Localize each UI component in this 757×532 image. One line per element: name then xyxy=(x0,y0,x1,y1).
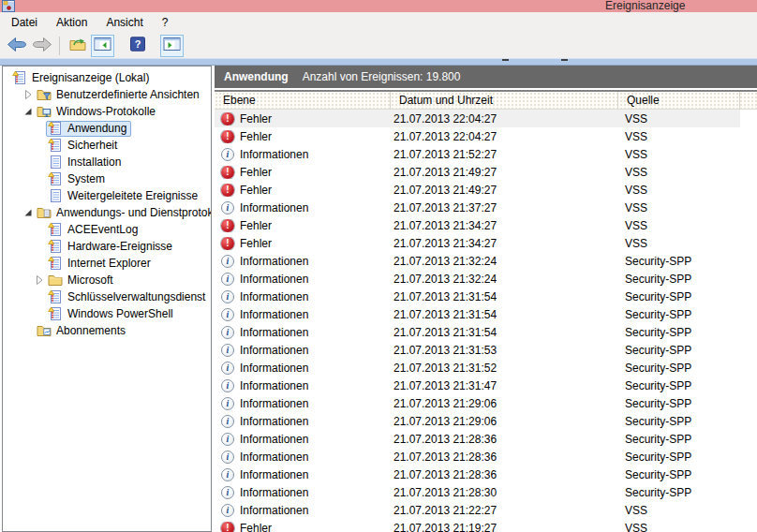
event-row[interactable]: iInformationen21.07.2013 21:29:06Securit… xyxy=(215,412,740,430)
show-hide-console-tree-button[interactable] xyxy=(91,35,114,57)
event-row[interactable]: iInformationen21.07.2013 21:31:52Securit… xyxy=(215,359,740,377)
event-row[interactable]: iInformationen21.07.2013 21:31:54Securit… xyxy=(215,305,740,323)
expander-collapsed-icon[interactable] xyxy=(33,273,46,287)
information-icon: i xyxy=(221,451,234,464)
expander-placeholder xyxy=(33,307,46,320)
show-hide-action-pane-button[interactable] xyxy=(160,35,184,57)
tree-item-anwendungs-dienst[interactable]: Anwendungs- und Dienstprotoko xyxy=(3,204,211,221)
strip-artifact xyxy=(561,59,568,61)
event-source-cell: Security-SPP xyxy=(618,255,740,268)
tree-item-sicherheit[interactable]: Sicherheit xyxy=(3,137,211,154)
information-icon: i xyxy=(221,273,234,286)
event-log-plain-icon xyxy=(48,188,63,203)
event-row[interactable]: iInformationen21.07.2013 21:31:54Securit… xyxy=(215,288,740,305)
list-column-headers: EbeneDatum und UhrzeitQuelle xyxy=(215,90,757,110)
tree-item-body: System xyxy=(46,171,110,187)
event-row[interactable]: !Fehler21.07.2013 22:04:27VSS xyxy=(215,110,740,127)
event-level-label: Fehler xyxy=(240,130,272,143)
event-row[interactable]: iInformationen21.07.2013 21:52:27VSS xyxy=(215,145,740,163)
event-row[interactable]: iInformationen21.07.2013 21:31:53Securit… xyxy=(215,341,740,359)
console-tree: Ereignisanzeige (Lokal)Benutzerdefiniert… xyxy=(2,66,212,532)
event-level-cell: !Fehler xyxy=(215,184,391,197)
event-level-label: Informationen xyxy=(240,255,308,268)
event-level-label: Informationen xyxy=(240,468,308,481)
tree-item-windows-powershell[interactable]: Windows PowerShell xyxy=(3,305,211,322)
event-datetime-cell: 21.07.2013 21:31:47 xyxy=(391,379,618,392)
tree-item-installation[interactable]: Installation xyxy=(3,154,211,170)
tree-item-anwendung[interactable]: Anwendung xyxy=(3,120,211,137)
tree-item-body: Windows-Protokolle xyxy=(35,104,160,120)
menubar: DateiAktionAnsicht? xyxy=(0,12,757,33)
event-log-plain-icon xyxy=(48,155,63,170)
expander-expanded-icon[interactable] xyxy=(22,206,35,219)
tree-item-system[interactable]: System xyxy=(3,170,211,187)
tree-item-aceeventlog[interactable]: ACEEventLog xyxy=(3,221,211,238)
event-row[interactable]: iInformationen21.07.2013 21:32:24Securit… xyxy=(215,252,740,270)
event-row[interactable]: iInformationen21.07.2013 21:28:36Securit… xyxy=(215,430,740,448)
event-row[interactable]: iInformationen21.07.2013 21:29:06Securit… xyxy=(215,394,740,412)
event-level-label: Fehler xyxy=(240,237,272,250)
expander-placeholder xyxy=(33,240,46,253)
event-row[interactable]: iInformationen21.07.2013 21:28:36Securit… xyxy=(215,448,740,466)
error-icon: ! xyxy=(221,184,234,197)
expander-expanded-icon[interactable] xyxy=(22,105,35,118)
event-level-cell: iInformationen xyxy=(215,273,391,286)
forward-button[interactable] xyxy=(30,35,53,57)
folder-monitor-icon xyxy=(37,104,52,119)
event-row[interactable]: !Fehler21.07.2013 21:49:27VSS xyxy=(215,181,740,199)
expander-placeholder xyxy=(33,189,46,202)
event-datetime-cell: 21.07.2013 21:34:27 xyxy=(391,237,618,250)
folder-filter-icon xyxy=(37,87,52,102)
event-row[interactable]: iInformationen21.07.2013 21:31:54Securit… xyxy=(215,323,740,341)
menu-datei[interactable]: Datei xyxy=(2,13,47,32)
tree-item-benutzerdefinierte[interactable]: Benutzerdefinierte Ansichten xyxy=(3,86,211,103)
event-row[interactable]: !Fehler21.07.2013 22:04:27VSS xyxy=(215,127,740,145)
event-row[interactable]: !Fehler21.07.2013 21:49:27VSS xyxy=(215,163,740,181)
event-datetime-cell: 21.07.2013 21:49:27 xyxy=(391,166,618,179)
event-source-cell: VSS xyxy=(618,130,740,143)
tree-item-label: Microsoft xyxy=(67,273,113,287)
tree-item-windows-protokolle[interactable]: Windows-Protokolle xyxy=(3,103,211,120)
tree-item-body: Internet Explorer xyxy=(46,256,156,272)
column-datum[interactable]: Datum und Uhrzeit xyxy=(391,92,618,109)
event-level-cell: iInformationen xyxy=(215,379,391,392)
event-datetime-cell: 21.07.2013 21:22:27 xyxy=(391,504,618,517)
tree-item-hardware-ereignisse[interactable]: Hardware-Ereignisse xyxy=(3,238,211,255)
event-row[interactable]: iInformationen21.07.2013 21:37:27VSS xyxy=(215,199,740,216)
expander-placeholder xyxy=(33,122,46,135)
back-button[interactable] xyxy=(5,35,28,57)
tree-item-weitergeleitete[interactable]: Weitergeleitete Ereignisse xyxy=(3,187,211,204)
help-button[interactable]: ? xyxy=(126,35,149,57)
event-row[interactable]: iInformationen21.07.2013 21:28:30Securit… xyxy=(215,483,740,501)
expander-collapsed-icon[interactable] xyxy=(22,88,35,101)
tree-item-ereignisanzeige-lokal[interactable]: Ereignisanzeige (Lokal) xyxy=(3,69,211,86)
tree-item-body: Abonnements xyxy=(35,323,130,339)
menu-aktion[interactable]: Aktion xyxy=(47,13,96,32)
event-datetime-cell: 21.07.2013 21:49:27 xyxy=(391,184,618,197)
folder-arrow-icon xyxy=(68,36,87,55)
event-level-label: Informationen xyxy=(240,504,308,517)
column-quelle[interactable]: Quelle xyxy=(618,92,740,109)
log-header-bar: Anwendung Anzahl von Ereignissen: 19.800 xyxy=(215,66,757,88)
information-icon: i xyxy=(221,148,234,161)
event-row[interactable]: iInformationen21.07.2013 21:28:36Securit… xyxy=(215,466,740,483)
event-row[interactable]: iInformationen21.07.2013 21:22:27VSS xyxy=(215,501,740,519)
event-row[interactable]: iInformationen21.07.2013 21:32:24Securit… xyxy=(215,270,740,288)
event-level-cell: iInformationen xyxy=(215,397,391,410)
menu-hilfe[interactable]: ? xyxy=(153,13,178,32)
event-row[interactable]: !Fehler21.07.2013 21:34:27VSS xyxy=(215,216,740,234)
tree-item-abonnements[interactable]: Abonnements xyxy=(3,322,211,339)
event-level-label: Fehler xyxy=(240,522,272,532)
event-level-cell: !Fehler xyxy=(215,219,391,232)
menu-ansicht[interactable]: Ansicht xyxy=(96,13,152,32)
event-row[interactable]: iInformationen21.07.2013 21:31:47Securit… xyxy=(215,377,740,394)
information-icon: i xyxy=(221,255,234,268)
tree-item-microsoft[interactable]: Microsoft xyxy=(3,272,211,288)
event-row[interactable]: !Fehler21.07.2013 21:19:27VSS xyxy=(215,519,740,532)
tree-item-schluesselverwaltung[interactable]: Schlüsselverwaltungsdienst xyxy=(3,288,211,305)
tree-item-internet-explorer[interactable]: Internet Explorer xyxy=(3,255,211,272)
up-one-level-button[interactable] xyxy=(66,35,89,57)
column-ebene[interactable]: Ebene xyxy=(215,92,391,109)
event-row[interactable]: !Fehler21.07.2013 21:34:27VSS xyxy=(215,234,740,252)
event-level-label: Informationen xyxy=(240,290,308,303)
